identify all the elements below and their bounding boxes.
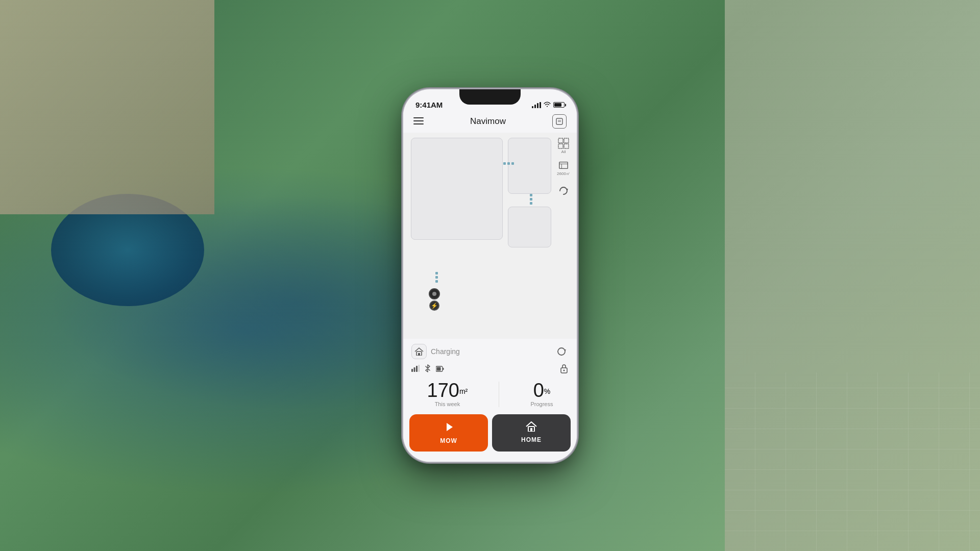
svg-rect-14 xyxy=(418,353,420,356)
map-zone-top-right xyxy=(508,138,551,194)
app-header: Navimow xyxy=(403,112,577,133)
mow-icon xyxy=(443,421,454,435)
svg-rect-6 xyxy=(558,138,563,143)
svg-rect-9 xyxy=(564,144,569,148)
area-label: This week xyxy=(427,401,468,407)
svg-point-23 xyxy=(564,370,565,371)
svg-rect-18 xyxy=(419,365,420,372)
map-ctrl-all[interactable]: All xyxy=(555,138,572,154)
svg-rect-26 xyxy=(530,428,532,432)
status-time: 9:41AM xyxy=(415,101,443,109)
house xyxy=(0,0,214,214)
stats-icons-left xyxy=(411,364,444,374)
action-buttons: MOW HOME xyxy=(403,414,577,462)
area-unit: m² xyxy=(459,387,468,395)
map-ctrl-all-label: All xyxy=(561,149,566,154)
svg-rect-15 xyxy=(411,369,413,372)
app-title: Navimow xyxy=(470,116,506,127)
map-ctrl-area-label: 2600㎡ xyxy=(557,171,570,177)
map-ctrl-refresh[interactable] xyxy=(555,183,572,199)
progress-unit: % xyxy=(544,387,550,395)
charging-text: Charging xyxy=(431,347,460,356)
map-controls: All 2600㎡ xyxy=(555,138,572,199)
mow-label: MOW xyxy=(440,437,457,444)
robot-mower: ⚡ xyxy=(429,288,440,311)
signal-stat-icon xyxy=(411,365,420,374)
mow-button[interactable]: MOW xyxy=(409,414,488,452)
svg-rect-1 xyxy=(413,120,424,121)
bluetooth-stat-icon xyxy=(425,364,431,374)
notch xyxy=(459,89,521,105)
svg-rect-7 xyxy=(564,138,569,143)
battery-stat-icon xyxy=(436,365,444,374)
connector-h1 xyxy=(503,162,514,165)
map-zone-main xyxy=(411,138,503,240)
charging-left: Charging xyxy=(411,344,460,359)
stat-divider xyxy=(499,382,499,407)
connector-v1 xyxy=(530,194,532,205)
svg-rect-10 xyxy=(559,162,568,169)
progress-value: 0 xyxy=(533,380,544,401)
grid-overlay xyxy=(725,372,980,551)
stats-row: 170m² This week 0% Progress xyxy=(411,379,569,411)
svg-rect-20 xyxy=(443,368,444,370)
area-value: 170 xyxy=(427,380,459,401)
home-button[interactable]: HOME xyxy=(492,414,571,452)
connector-v2 xyxy=(435,272,438,283)
battery-icon xyxy=(553,102,565,108)
svg-rect-21 xyxy=(437,367,441,371)
robot-body xyxy=(429,288,440,299)
svg-rect-2 xyxy=(413,123,424,124)
notification-icon[interactable] xyxy=(552,114,567,129)
signal-icon xyxy=(532,102,541,108)
phone-frame: 9:41AM xyxy=(403,89,577,462)
map-ctrl-area[interactable]: 2600㎡ xyxy=(555,160,572,177)
home-label: HOME xyxy=(521,436,542,443)
svg-rect-8 xyxy=(558,144,563,148)
charging-row: Charging xyxy=(411,344,569,359)
status-icons xyxy=(532,102,565,108)
robot-charge-icon: ⚡ xyxy=(429,300,439,311)
svg-rect-0 xyxy=(413,117,424,118)
home-icon xyxy=(526,421,537,434)
progress-label: Progress xyxy=(530,401,553,407)
svg-marker-24 xyxy=(447,423,453,431)
lock-stat-icon[interactable] xyxy=(559,363,569,375)
map-zone-bottom-right xyxy=(508,207,551,247)
svg-rect-16 xyxy=(414,367,415,372)
status-panel: Charging xyxy=(403,339,577,414)
menu-icon[interactable] xyxy=(413,116,424,127)
refresh-button[interactable] xyxy=(554,344,569,359)
stat-area: 170m² This week xyxy=(427,381,468,407)
map-area[interactable]: ⚡ All 2600㎡ xyxy=(403,133,577,339)
wifi-icon xyxy=(544,102,551,108)
home-badge xyxy=(411,344,427,359)
svg-rect-17 xyxy=(416,366,418,372)
stats-icons-row xyxy=(411,363,569,375)
stat-progress: 0% Progress xyxy=(530,381,553,407)
